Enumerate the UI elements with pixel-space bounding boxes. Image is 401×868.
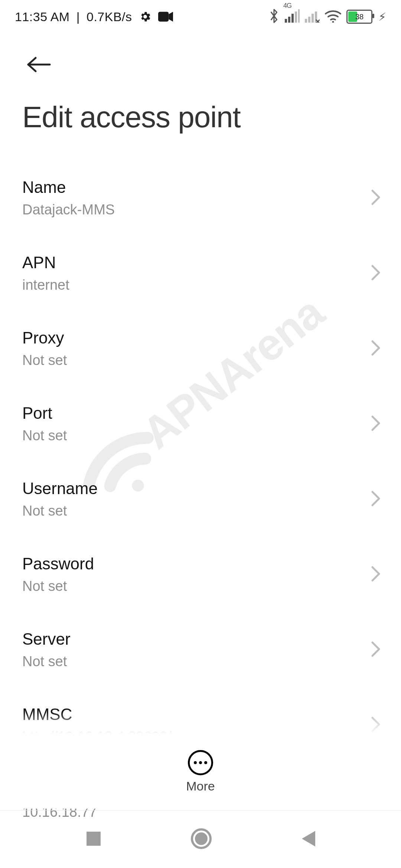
page-title: Edit access point [22, 100, 379, 134]
back-button[interactable] [22, 53, 55, 78]
more-label: More [186, 779, 215, 793]
row-name[interactable]: Name Datajack-MMS [0, 160, 401, 236]
svg-rect-5 [298, 9, 300, 23]
chevron-right-icon [371, 340, 381, 358]
battery-icon: 38 [346, 10, 372, 24]
chevron-right-icon [371, 716, 381, 734]
row-label: APN [22, 253, 379, 272]
svg-rect-6 [305, 19, 307, 23]
svg-rect-4 [295, 11, 297, 23]
row-value: Not set [22, 503, 379, 519]
status-divider: | [76, 10, 80, 24]
chevron-right-icon [371, 189, 381, 207]
row-label: Server [22, 630, 379, 648]
more-button[interactable]: More [186, 750, 215, 793]
svg-point-14 [195, 832, 208, 845]
nav-recent-button[interactable] [84, 829, 103, 849]
row-value: Datajack-MMS [22, 202, 379, 218]
row-label: Username [22, 479, 379, 498]
chevron-right-icon [371, 415, 381, 433]
svg-rect-0 [158, 12, 169, 22]
more-icon [188, 750, 213, 775]
row-port[interactable]: Port Not set [0, 386, 401, 461]
svg-rect-3 [291, 14, 294, 23]
row-server[interactable]: Server Not set [0, 612, 401, 687]
svg-rect-12 [87, 832, 101, 846]
video-camera-icon [158, 11, 173, 22]
charging-icon: ⚡︎ [378, 10, 386, 23]
status-net-speed: 0.7KB/s [87, 10, 132, 24]
row-label: Proxy [22, 329, 379, 347]
status-right: 4G 38 ⚡︎ [268, 9, 386, 25]
signal-secondary-icon [305, 9, 320, 24]
svg-point-10 [332, 21, 334, 23]
row-value: Not set [22, 428, 379, 444]
status-bar: 11:35 AM | 0.7KB/s 4G 38 ⚡︎ [0, 0, 401, 33]
row-proxy[interactable]: Proxy Not set [0, 311, 401, 386]
nav-back-button[interactable] [300, 829, 317, 849]
signal-primary-icon: 4G [285, 9, 300, 24]
status-time: 11:35 AM [15, 10, 70, 24]
chevron-right-icon [371, 264, 381, 282]
row-value: internet [22, 277, 379, 293]
row-label: Password [22, 555, 379, 573]
gear-icon [139, 10, 151, 23]
wifi-icon [325, 9, 341, 24]
row-apn[interactable]: APN internet [0, 236, 401, 311]
svg-rect-7 [308, 17, 310, 23]
svg-rect-2 [288, 17, 290, 23]
chevron-right-icon [371, 490, 381, 508]
system-nav-bar [0, 810, 401, 868]
header: Edit access point [0, 33, 401, 134]
battery-percent: 38 [348, 11, 371, 23]
row-label: Name [22, 178, 379, 197]
row-value: Not set [22, 352, 379, 368]
row-label: MMSC [22, 705, 379, 724]
bluetooth-icon [268, 9, 280, 25]
chevron-right-icon [371, 641, 381, 659]
status-left: 11:35 AM | 0.7KB/s [15, 10, 173, 24]
row-username[interactable]: Username Not set [0, 461, 401, 537]
nav-home-button[interactable] [190, 828, 212, 851]
row-label: Port [22, 404, 379, 423]
action-bar: More [0, 734, 401, 809]
chevron-right-icon [371, 566, 381, 583]
row-value: Not set [22, 578, 379, 594]
svg-rect-1 [285, 19, 287, 23]
svg-rect-8 [312, 14, 314, 23]
row-value: Not set [22, 654, 379, 670]
row-password[interactable]: Password Not set [0, 537, 401, 612]
